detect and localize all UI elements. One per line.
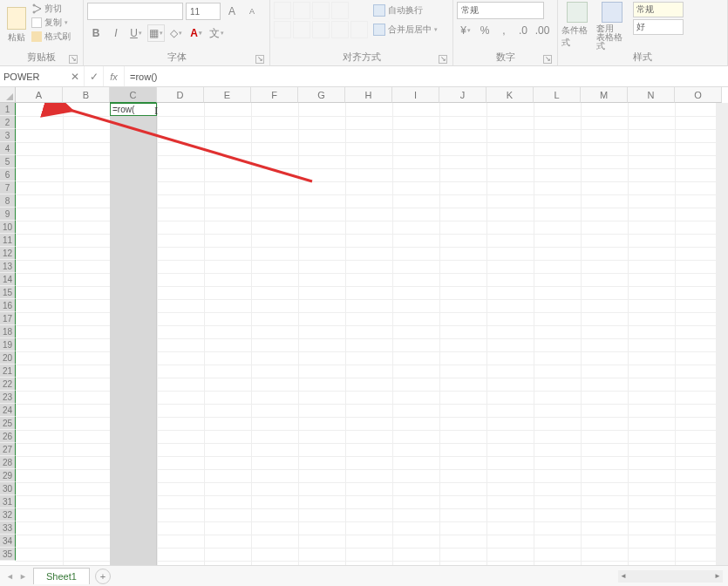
underline-button[interactable]: U — [127, 24, 145, 42]
row-header-35[interactable]: 35 — [0, 548, 16, 561]
increase-decimal-button[interactable]: .0 — [514, 22, 532, 39]
row-header-26[interactable]: 26 — [0, 430, 16, 443]
row-header-34[interactable]: 34 — [0, 535, 16, 548]
row-header-16[interactable]: 16 — [0, 299, 16, 312]
name-box[interactable]: ▾ — [0, 66, 65, 86]
comma-format-button[interactable]: , — [495, 22, 513, 39]
clipboard-launcher-icon[interactable]: ↘ — [69, 55, 78, 64]
borders-button[interactable]: ▦ — [147, 24, 165, 42]
paste-button[interactable]: 粘贴 — [3, 2, 30, 44]
bold-button[interactable]: B — [87, 24, 105, 42]
row-header-22[interactable]: 22 — [0, 378, 16, 391]
column-header-e[interactable]: E — [204, 87, 251, 103]
column-header-d[interactable]: D — [157, 87, 204, 103]
column-header-l[interactable]: L — [534, 87, 581, 103]
decrease-font-icon[interactable]: A — [243, 3, 261, 20]
column-header-o[interactable]: O — [675, 87, 722, 103]
number-launcher-icon[interactable]: ↘ — [543, 55, 552, 64]
decrease-decimal-button[interactable]: .00 — [534, 22, 551, 39]
cells-area[interactable]: =row( — [16, 103, 728, 565]
formula-input[interactable] — [125, 66, 728, 86]
row-header-1[interactable]: 1 — [0, 103, 16, 116]
column-header-a[interactable]: A — [16, 87, 63, 103]
column-header-c[interactable]: C — [110, 87, 157, 103]
row-header-19[interactable]: 19 — [0, 338, 16, 351]
font-size-select[interactable]: 11 — [186, 3, 221, 20]
fill-color-button[interactable]: ◇ — [167, 24, 185, 42]
font-color-button[interactable]: A — [187, 24, 205, 42]
copy-button[interactable]: 复制 ▾ — [31, 16, 71, 29]
row-header-32[interactable]: 32 — [0, 508, 16, 521]
select-all-corner[interactable] — [0, 87, 16, 103]
column-header-g[interactable]: G — [298, 87, 345, 103]
row-header-28[interactable]: 28 — [0, 456, 16, 469]
cut-button[interactable]: 剪切 — [31, 2, 71, 15]
row-header-31[interactable]: 31 — [0, 495, 16, 508]
row-header-27[interactable]: 27 — [0, 443, 16, 456]
format-painter-button[interactable]: 格式刷 — [31, 30, 71, 43]
row-header-29[interactable]: 29 — [0, 469, 16, 482]
row-header-15[interactable]: 15 — [0, 286, 16, 299]
accounting-format-button[interactable]: ¥ — [457, 22, 474, 39]
sheet-tab-1[interactable]: Sheet1 — [33, 568, 90, 584]
row-header-23[interactable]: 23 — [0, 391, 16, 404]
column-header-f[interactable]: F — [251, 87, 298, 103]
column-header-n[interactable]: N — [628, 87, 675, 103]
row-header-5[interactable]: 5 — [0, 155, 16, 168]
align-center-button[interactable] — [293, 21, 310, 38]
tab-nav-buttons[interactable]: ◄► — [0, 572, 33, 581]
row-header-13[interactable]: 13 — [0, 260, 16, 273]
row-header-18[interactable]: 18 — [0, 325, 16, 338]
active-cell-c1[interactable]: =row( — [110, 103, 157, 116]
phonetic-button[interactable]: 文 — [208, 24, 225, 42]
row-header-9[interactable]: 9 — [0, 208, 16, 221]
format-as-table-button[interactable]: 套用 表格格式 — [596, 2, 628, 51]
column-header-i[interactable]: I — [392, 87, 439, 103]
row-header-21[interactable]: 21 — [0, 365, 16, 378]
alignment-launcher-icon[interactable]: ↘ — [439, 55, 447, 64]
row-header-20[interactable]: 20 — [0, 351, 16, 365]
row-header-24[interactable]: 24 — [0, 404, 16, 417]
row-header-3[interactable]: 3 — [0, 129, 16, 142]
column-header-h[interactable]: H — [345, 87, 392, 103]
row-header-33[interactable]: 33 — [0, 521, 16, 535]
percent-format-button[interactable]: % — [476, 22, 493, 39]
conditional-formatting-button[interactable]: 条件格式 — [561, 2, 593, 51]
cell-style-good[interactable]: 好 — [633, 19, 684, 35]
add-sheet-button[interactable]: + — [95, 569, 111, 584]
row-header-7[interactable]: 7 — [0, 181, 16, 194]
decrease-indent-button[interactable] — [331, 21, 349, 38]
cell-style-normal[interactable]: 常规 — [633, 2, 684, 17]
align-middle-button[interactable] — [293, 2, 310, 19]
row-header-10[interactable]: 10 — [0, 221, 16, 234]
orientation-button[interactable] — [331, 2, 349, 19]
horizontal-scrollbar[interactable] — [618, 570, 723, 583]
italic-button[interactable]: I — [107, 24, 125, 42]
row-header-12[interactable]: 12 — [0, 247, 16, 260]
column-header-j[interactable]: J — [439, 87, 486, 103]
merge-center-button[interactable]: 合并后居中 ▾ — [373, 21, 438, 38]
row-header-6[interactable]: 6 — [0, 168, 16, 181]
vertical-scrollbar[interactable] — [716, 103, 728, 565]
row-header-11[interactable]: 11 — [0, 234, 16, 247]
increase-font-icon[interactable]: A — [223, 3, 241, 20]
column-header-k[interactable]: K — [486, 87, 534, 103]
row-header-14[interactable]: 14 — [0, 273, 16, 286]
fx-icon[interactable]: fx — [104, 66, 125, 86]
align-left-button[interactable] — [274, 21, 291, 38]
column-header-b[interactable]: B — [63, 87, 110, 103]
row-header-8[interactable]: 8 — [0, 194, 16, 208]
align-top-button[interactable] — [274, 2, 291, 19]
row-header-30[interactable]: 30 — [0, 482, 16, 495]
column-header-m[interactable]: M — [581, 87, 628, 103]
align-bottom-button[interactable] — [312, 2, 330, 19]
increase-indent-button[interactable] — [350, 21, 368, 38]
enter-formula-button[interactable]: ✓ — [85, 66, 104, 86]
font-family-select[interactable] — [87, 3, 183, 20]
row-header-4[interactable]: 4 — [0, 142, 16, 155]
font-launcher-icon[interactable]: ↘ — [255, 55, 264, 64]
wrap-text-button[interactable]: 自动换行 — [373, 2, 438, 19]
row-header-2[interactable]: 2 — [0, 116, 16, 129]
row-header-25[interactable]: 25 — [0, 417, 16, 430]
align-right-button[interactable] — [312, 21, 330, 38]
